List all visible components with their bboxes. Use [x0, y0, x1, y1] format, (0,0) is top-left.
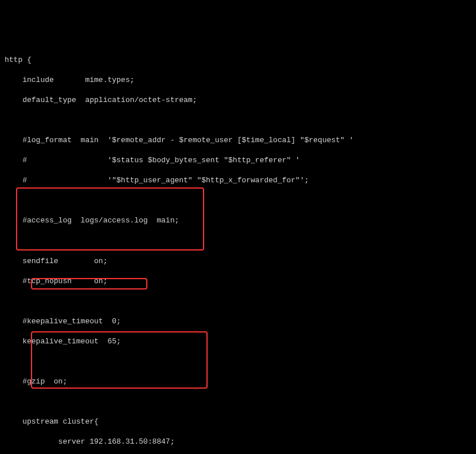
code-line [5, 296, 471, 307]
code-line: #log_format main '$remote_addr - $remote… [5, 135, 471, 146]
code-line: #access_log logs/access.log main; [5, 216, 471, 226]
code-line: keepalive_timeout 65; [5, 336, 471, 347]
code-line: http { [5, 55, 471, 65]
code-line: # '"$http_user_agent" "$http_x_forwarded… [5, 175, 471, 186]
code-line: server 192.168.31.50:8847; [5, 437, 471, 447]
code-line: #tcp_nopush on; [5, 276, 471, 287]
code-line [5, 397, 471, 407]
code-line: default_type application/octet-stream; [5, 95, 471, 105]
nginx-config-code: http { include mime.types; default_type … [5, 45, 471, 454]
code-line: # '$status $body_bytes_sent "$http_refer… [5, 155, 471, 166]
code-line: #keepalive_timeout 0; [5, 316, 471, 327]
code-line [5, 115, 471, 126]
code-line: sendfile on; [5, 256, 471, 267]
code-line [5, 195, 471, 206]
code-line: upstream cluster{ [5, 417, 471, 427]
code-line: #gzip on; [5, 377, 471, 387]
code-line: include mime.types; [5, 75, 471, 85]
code-line [5, 236, 471, 246]
code-line [5, 357, 471, 367]
